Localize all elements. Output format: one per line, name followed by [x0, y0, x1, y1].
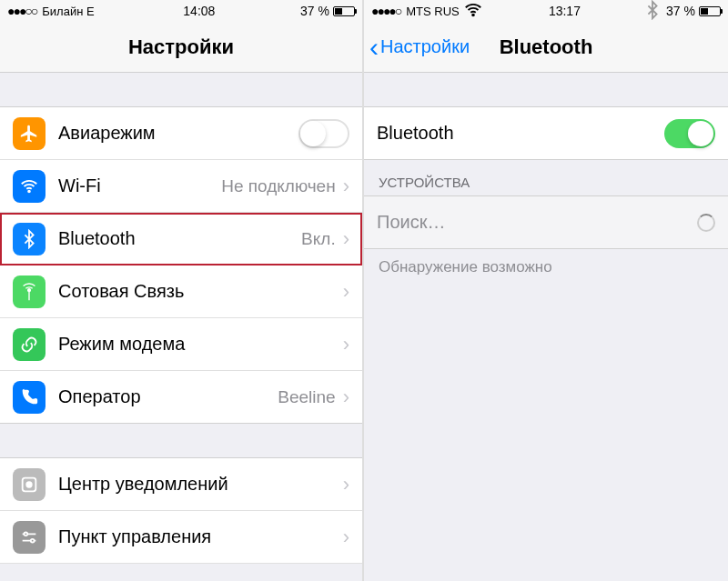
- section-gap: [364, 73, 728, 107]
- row-bluetooth-toggle[interactable]: Bluetooth: [364, 107, 728, 160]
- chevron-right-icon: ›: [343, 333, 349, 356]
- page-title: Bluetooth: [500, 35, 593, 59]
- airplane-label: Авиарежим: [58, 123, 156, 144]
- svg-point-0: [28, 190, 30, 192]
- page-title: Настройки: [128, 35, 234, 59]
- spinner-icon: [697, 214, 715, 232]
- nav-bar: ‹ Настройки Bluetooth: [364, 22, 728, 73]
- chevron-left-icon: ‹: [369, 34, 379, 61]
- row-wifi[interactable]: Wi-Fi Не подключен ›: [0, 160, 362, 213]
- settings-screen: ●●●○○ Билайн E 14:08 37 % Настройки Авиа…: [0, 0, 364, 581]
- section-gap: [0, 73, 362, 107]
- bluetooth-toggle-label: Bluetooth: [377, 123, 454, 144]
- nav-bar: Настройки: [0, 22, 362, 73]
- chevron-right-icon: ›: [343, 386, 349, 409]
- clock: 14:08: [183, 4, 215, 18]
- row-cellular[interactable]: Сотовая Связь ›: [0, 265, 362, 318]
- status-bar: ●●●○○ Билайн E 14:08 37 %: [0, 0, 362, 22]
- link-icon: [13, 328, 46, 361]
- row-hotspot[interactable]: Режим модема ›: [0, 318, 362, 371]
- battery-percent: 37 %: [300, 4, 329, 18]
- back-button[interactable]: ‹ Настройки: [369, 34, 470, 61]
- searching-label: Поиск…: [377, 212, 445, 233]
- carrier-value: Beeline: [141, 387, 336, 407]
- wifi-status-icon: [463, 0, 483, 23]
- svg-point-3: [26, 482, 32, 487]
- bluetooth-screen: ●●●●○ MTS RUS 13:17 37 % ‹ Настройки Blu…: [364, 0, 728, 581]
- signal-dots-icon: ●●●●○: [371, 4, 400, 18]
- wifi-label: Wi-Fi: [58, 175, 101, 196]
- svg-point-1: [28, 288, 31, 291]
- carrier-label: Оператор: [58, 386, 141, 407]
- cellular-label: Сотовая Связь: [58, 281, 184, 302]
- bluetooth-label: Bluetooth: [58, 228, 136, 249]
- row-airplane[interactable]: Авиарежим: [0, 107, 362, 160]
- discoverable-note: Обнаружение возможно: [364, 249, 728, 285]
- control-center-icon: [13, 521, 46, 554]
- row-carrier[interactable]: Оператор Beeline ›: [0, 371, 362, 424]
- notifications-label: Центр уведомлений: [58, 474, 228, 495]
- bluetooth-icon: [13, 223, 46, 255]
- row-searching: Поиск…: [364, 196, 728, 249]
- section-gap: [0, 424, 362, 458]
- control-center-label: Пункт управления: [58, 526, 211, 547]
- devices-section-header: УСТРОЙСТВА: [364, 160, 728, 196]
- chevron-right-icon: ›: [343, 280, 349, 304]
- bluetooth-status-icon: [642, 0, 662, 23]
- chevron-right-icon: ›: [343, 227, 349, 251]
- hotspot-label: Режим модема: [58, 334, 185, 355]
- clock: 13:17: [549, 4, 581, 18]
- svg-point-4: [25, 532, 28, 536]
- notification-center-icon: [13, 468, 46, 501]
- bluetooth-toggle[interactable]: [664, 119, 715, 148]
- row-bluetooth[interactable]: Bluetooth Вкл. ›: [0, 213, 362, 265]
- svg-point-5: [31, 538, 35, 542]
- wifi-icon: [13, 170, 46, 203]
- battery-percent: 37 %: [666, 4, 695, 18]
- antenna-icon: [13, 275, 46, 308]
- chevron-right-icon: ›: [343, 175, 349, 198]
- status-bar: ●●●●○ MTS RUS 13:17 37 %: [364, 0, 728, 22]
- battery-icon: [333, 6, 355, 16]
- row-notifications[interactable]: Центр уведомлений ›: [0, 458, 362, 511]
- chevron-right-icon: ›: [343, 526, 349, 549]
- carrier-label: MTS RUS: [406, 5, 460, 18]
- airplane-icon: [13, 117, 46, 150]
- airplane-toggle[interactable]: [298, 119, 349, 148]
- svg-point-6: [472, 14, 474, 15]
- row-control-center[interactable]: Пункт управления ›: [0, 511, 362, 564]
- bluetooth-value: Вкл.: [136, 229, 336, 249]
- back-label: Настройки: [380, 36, 470, 57]
- battery-icon: [699, 6, 721, 16]
- signal-dots-icon: ●●●○○: [7, 4, 36, 18]
- chevron-right-icon: ›: [343, 473, 349, 496]
- phone-icon: [13, 381, 46, 414]
- carrier-label: Билайн E: [42, 5, 94, 18]
- wifi-value: Не подключен: [101, 176, 336, 196]
